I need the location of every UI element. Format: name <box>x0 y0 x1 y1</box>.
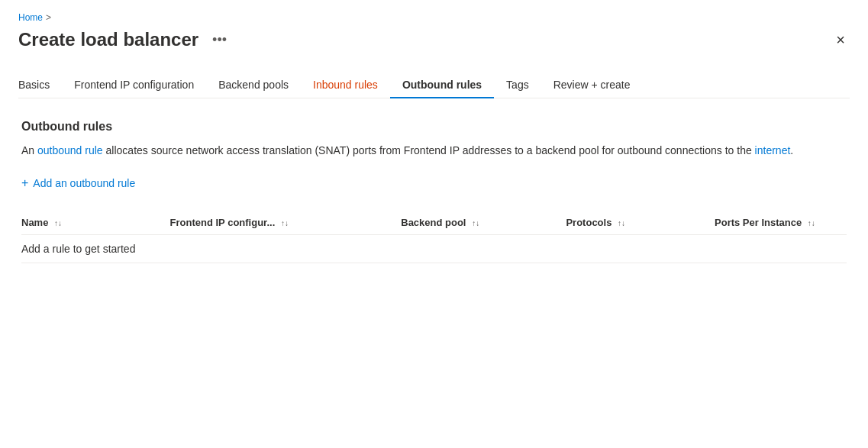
tab-inbound-rules[interactable]: Inbound rules <box>301 73 390 98</box>
rules-table: Name ↑↓ Frontend IP configur... ↑↓ Backe… <box>21 211 847 263</box>
table-header: Name ↑↓ Frontend IP configur... ↑↓ Backe… <box>21 211 847 235</box>
col-protocols-label: Protocols <box>566 217 611 228</box>
page-container: Home > Create load balancer ••• × Basics… <box>0 0 868 282</box>
content-area: Outbound rules An outbound rule allocate… <box>18 120 850 263</box>
breadcrumb-separator: > <box>46 12 51 23</box>
section-title: Outbound rules <box>21 120 847 134</box>
add-outbound-rule-button[interactable]: + Add an outbound rule <box>21 174 135 192</box>
page-title-row: Create load balancer ••• <box>18 29 231 50</box>
tab-tags[interactable]: Tags <box>494 73 541 98</box>
col-header-frontend-ip[interactable]: Frontend IP configur... ↑↓ <box>170 211 402 235</box>
col-header-ports[interactable]: Ports Per Instance ↑↓ <box>715 211 847 235</box>
page-header: Create load balancer ••• × <box>18 29 850 50</box>
internet-link[interactable]: internet <box>755 144 791 156</box>
col-header-name[interactable]: Name ↑↓ <box>21 211 170 235</box>
col-backend-sort-icon: ↑↓ <box>472 219 479 227</box>
description-text: An outbound rule allocates source networ… <box>21 143 823 159</box>
tab-basics[interactable]: Basics <box>18 73 62 98</box>
close-button[interactable]: × <box>831 29 850 50</box>
col-header-protocols[interactable]: Protocols ↑↓ <box>566 211 715 235</box>
col-backend-label: Backend pool <box>401 217 466 228</box>
empty-message: Add a rule to get started <box>21 235 847 263</box>
tab-frontend-ip[interactable]: Frontend IP configuration <box>62 73 206 98</box>
description-part2: allocates source network access translat… <box>103 144 755 156</box>
tab-review-create[interactable]: Review + create <box>541 73 643 98</box>
col-ports-sort-icon: ↑↓ <box>808 219 815 227</box>
tab-backend-pools[interactable]: Backend pools <box>206 73 301 98</box>
col-name-sort-icon: ↑↓ <box>54 219 62 227</box>
col-header-backend-pool[interactable]: Backend pool ↑↓ <box>401 211 566 235</box>
page-title: Create load balancer <box>18 29 198 50</box>
description-part3: . <box>790 144 793 156</box>
col-frontend-label: Frontend IP configur... <box>170 217 276 228</box>
col-ports-label: Ports Per Instance <box>715 217 802 228</box>
col-frontend-sort-icon: ↑↓ <box>281 219 289 227</box>
description-part1: An <box>21 144 37 156</box>
table-body: Add a rule to get started <box>21 235 847 263</box>
more-options-button[interactable]: ••• <box>208 31 231 50</box>
breadcrumb-home-link[interactable]: Home <box>18 12 43 23</box>
add-rule-label: Add an outbound rule <box>33 177 135 189</box>
table-header-row: Name ↑↓ Frontend IP configur... ↑↓ Backe… <box>21 211 847 235</box>
outbound-rule-link[interactable]: outbound rule <box>37 144 103 156</box>
col-protocols-sort-icon: ↑↓ <box>618 219 625 227</box>
tab-outbound-rules[interactable]: Outbound rules <box>390 73 494 98</box>
nav-tabs: Basics Frontend IP configuration Backend… <box>18 72 850 98</box>
breadcrumb: Home > <box>18 12 850 23</box>
table-empty-row: Add a rule to get started <box>21 235 847 263</box>
col-name-label: Name <box>21 217 48 228</box>
add-icon: + <box>21 177 28 189</box>
